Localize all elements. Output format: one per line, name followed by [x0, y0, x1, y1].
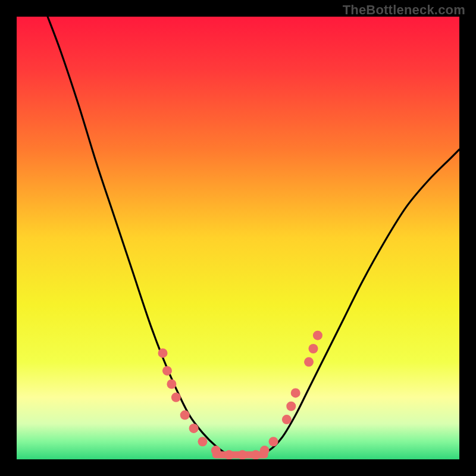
chart-frame: TheBottleneck.com [0, 0, 476, 476]
data-marker [251, 450, 261, 459]
plot-area [17, 17, 459, 459]
data-marker [313, 331, 322, 340]
data-marker [162, 366, 172, 375]
data-marker [211, 446, 221, 455]
data-marker [282, 415, 292, 424]
bottleneck-chart [17, 17, 459, 459]
data-marker [291, 388, 300, 397]
credit-watermark: TheBottleneck.com [343, 2, 465, 18]
data-marker [260, 446, 270, 455]
data-marker [180, 411, 190, 420]
data-marker [158, 348, 168, 358]
data-marker [308, 344, 318, 353]
data-marker [269, 437, 278, 446]
data-marker [189, 424, 199, 433]
gradient-background [17, 17, 459, 459]
data-marker [224, 450, 234, 459]
data-marker [171, 393, 181, 402]
data-marker [167, 380, 176, 389]
data-marker [286, 402, 296, 411]
data-marker [198, 437, 207, 446]
data-marker [304, 357, 314, 367]
data-marker [237, 450, 247, 459]
